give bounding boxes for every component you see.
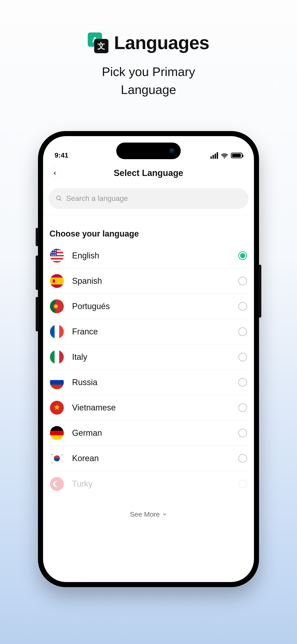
language-row-kr[interactable]: ≡≡≡≡Korean bbox=[48, 446, 248, 471]
language-radio[interactable] bbox=[238, 480, 247, 488]
language-row-vn[interactable]: Vietnamese bbox=[48, 395, 248, 420]
search-box[interactable] bbox=[48, 188, 248, 209]
flag-pt-icon bbox=[50, 300, 64, 313]
translate-icon-front: 文 bbox=[94, 39, 108, 53]
chevron-down-icon bbox=[162, 512, 167, 517]
language-row-fr[interactable]: France bbox=[48, 319, 248, 344]
promo-subtitle-line1: Pick you Primary bbox=[102, 65, 195, 78]
language-row-es[interactable]: Spanish bbox=[48, 268, 248, 294]
flag-fr-icon bbox=[50, 325, 64, 338]
promo-subtitle-line2: Language bbox=[121, 83, 176, 96]
see-more-button[interactable]: See More bbox=[48, 510, 248, 518]
cellular-signal-icon bbox=[210, 152, 218, 159]
language-radio[interactable] bbox=[238, 429, 247, 438]
language-row-pt[interactable]: Portugués bbox=[48, 294, 248, 319]
language-name: Spanish bbox=[72, 276, 238, 286]
search-icon bbox=[56, 195, 62, 202]
flag-kr-icon: ≡≡≡≡ bbox=[50, 452, 64, 465]
language-row-us[interactable]: English bbox=[48, 243, 248, 268]
section-heading: Choose your language bbox=[48, 229, 248, 238]
svg-line-1 bbox=[60, 199, 61, 200]
flag-vn-icon bbox=[50, 401, 64, 414]
promo-title: Languages bbox=[114, 32, 209, 54]
phone-frame: 9:41 Select Language bbox=[38, 131, 259, 587]
flag-it-icon bbox=[50, 350, 64, 364]
language-row-ru[interactable]: Russia bbox=[48, 370, 248, 395]
flag-us-icon bbox=[50, 249, 64, 262]
language-radio[interactable] bbox=[238, 327, 247, 336]
promo-header: A 文 Languages Pick you Primary Language bbox=[88, 32, 209, 99]
flag-de-icon bbox=[50, 426, 64, 440]
language-name: France bbox=[72, 327, 238, 336]
phone-mute-switch bbox=[36, 228, 38, 246]
promo-title-row: A 文 Languages bbox=[88, 32, 209, 54]
see-more-label: See More bbox=[130, 510, 160, 518]
language-name: Portugués bbox=[72, 302, 238, 311]
front-camera bbox=[169, 148, 175, 154]
wifi-icon bbox=[221, 152, 228, 159]
status-indicators bbox=[210, 152, 242, 159]
language-row-de[interactable]: German bbox=[48, 420, 248, 446]
language-name: English bbox=[72, 251, 238, 260]
search-input[interactable] bbox=[66, 194, 242, 203]
language-radio[interactable] bbox=[238, 277, 247, 286]
translate-icon: A 文 bbox=[88, 32, 108, 53]
status-time: 9:41 bbox=[54, 151, 68, 159]
flag-ru-icon bbox=[50, 376, 64, 389]
dynamic-island bbox=[116, 142, 181, 159]
language-radio[interactable] bbox=[238, 403, 247, 412]
language-list: EnglishSpanishPortuguésFranceItalyRussia… bbox=[48, 243, 248, 496]
promo-subtitle: Pick you Primary Language bbox=[102, 63, 195, 99]
language-radio[interactable] bbox=[238, 454, 247, 463]
language-name: Russia bbox=[72, 378, 238, 387]
language-radio[interactable] bbox=[238, 353, 247, 362]
flag-tr-icon bbox=[50, 477, 64, 491]
phone-screen: 9:41 Select Language bbox=[43, 136, 254, 582]
nav-bar: Select Language bbox=[48, 163, 248, 184]
divider bbox=[43, 215, 254, 215]
language-radio[interactable] bbox=[238, 302, 247, 311]
flag-es-icon bbox=[50, 274, 64, 288]
battery-icon bbox=[231, 153, 242, 158]
language-name: German bbox=[72, 428, 238, 438]
language-name: Turky bbox=[72, 479, 238, 489]
phone-power-button bbox=[258, 265, 261, 318]
phone-volume-up bbox=[36, 256, 38, 290]
page-title: Select Language bbox=[48, 168, 248, 178]
language-name: Vietnamese bbox=[72, 403, 238, 412]
language-row-it[interactable]: Italy bbox=[48, 344, 248, 370]
phone-volume-down bbox=[36, 297, 38, 332]
language-name: Korean bbox=[72, 454, 238, 463]
language-radio[interactable] bbox=[238, 378, 247, 387]
language-radio[interactable] bbox=[238, 251, 247, 260]
language-name: Italy bbox=[72, 352, 238, 362]
language-row-tr[interactable]: Turky bbox=[48, 471, 248, 496]
